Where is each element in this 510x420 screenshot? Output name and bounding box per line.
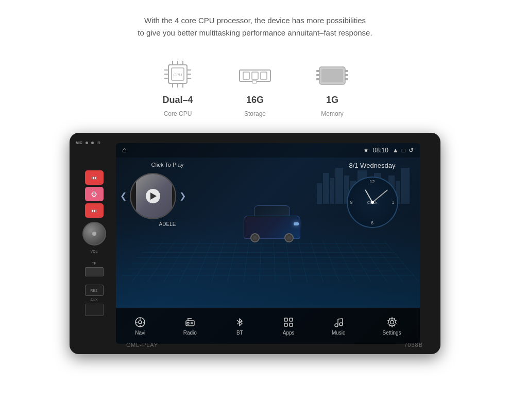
bluetooth-status-icon: ★ bbox=[363, 147, 369, 154]
car-wheel-right bbox=[284, 233, 294, 242]
prev-button[interactable]: ⏮ bbox=[85, 170, 104, 185]
status-icons: ▲ □ ↺ bbox=[393, 147, 414, 154]
clock-minute-hand bbox=[372, 189, 387, 203]
svg-rect-18 bbox=[261, 72, 267, 79]
status-bar: ⌂ ★ 08:10 ▲ □ ↺ bbox=[116, 143, 420, 157]
memory-icon bbox=[314, 60, 350, 91]
car-unit: MIC IR ⏮ ⏻ ⏭ VOL TF RES AUX bbox=[70, 133, 440, 354]
spec-memory: 1G Memory bbox=[314, 60, 350, 117]
nav-music[interactable]: Music bbox=[332, 317, 345, 336]
svg-point-49 bbox=[187, 322, 189, 324]
car-animation bbox=[244, 216, 300, 249]
svg-text:CPU: CPU bbox=[174, 73, 182, 77]
bluetooth-nav-icon bbox=[234, 317, 245, 328]
play-button[interactable] bbox=[146, 189, 160, 203]
nav-radio[interactable]: Radio bbox=[183, 317, 197, 336]
left-buttons: ⏮ ⏻ ⏭ VOL TF RES AUX bbox=[75, 133, 113, 354]
prev-track-button[interactable]: ❮ bbox=[120, 191, 127, 201]
cpu-icon: CPU bbox=[160, 60, 196, 91]
svg-rect-58 bbox=[284, 323, 287, 326]
svg-point-60 bbox=[335, 324, 338, 327]
header-description: With the 4 core CPU processor, the devic… bbox=[0, 0, 510, 49]
svg-rect-22 bbox=[321, 69, 343, 82]
svg-rect-57 bbox=[290, 318, 293, 321]
music-icon bbox=[333, 317, 344, 328]
spec-cpu: CPU Dual–4 Core CPU bbox=[160, 60, 196, 117]
settings-label: Settings bbox=[383, 330, 401, 336]
car-unit-wrapper: MIC IR ⏮ ⏻ ⏭ VOL TF RES AUX bbox=[0, 133, 510, 354]
navi-label: Navi bbox=[135, 330, 145, 336]
aux-port bbox=[85, 304, 104, 316]
volume-knob[interactable] bbox=[82, 222, 106, 246]
svg-rect-19 bbox=[252, 80, 257, 83]
storage-main-label: 16G bbox=[246, 95, 264, 106]
clock-face: 12 3 6 9 Clock bbox=[347, 177, 398, 228]
play-triangle-icon bbox=[150, 192, 157, 200]
power-button[interactable]: ⏻ bbox=[85, 187, 104, 201]
svg-rect-26 bbox=[345, 70, 348, 72]
aux-label: AUX bbox=[90, 298, 97, 302]
tf-slot[interactable] bbox=[85, 267, 104, 276]
next-track-button[interactable]: ❯ bbox=[179, 191, 186, 201]
screen: ⌂ ★ 08:10 ▲ □ ↺ bbox=[116, 143, 420, 344]
radio-label: Radio bbox=[183, 330, 197, 336]
bottom-nav: Navi Radio bbox=[116, 308, 420, 344]
car-headlight bbox=[294, 222, 299, 225]
song-name: ADELE bbox=[120, 221, 215, 227]
bottom-bar: CML-PLAY 7038B bbox=[116, 342, 433, 348]
svg-point-65 bbox=[390, 320, 394, 324]
next-button[interactable]: ⏭ bbox=[85, 203, 104, 218]
nav-bt[interactable]: BT bbox=[234, 317, 245, 336]
date-display: 8/1 Wednesday bbox=[349, 162, 395, 169]
tf-label: TF bbox=[92, 261, 96, 265]
car-wheel-left bbox=[250, 233, 260, 242]
svg-point-61 bbox=[339, 323, 343, 326]
svg-rect-28 bbox=[345, 78, 348, 80]
svg-rect-17 bbox=[252, 72, 258, 79]
album-art[interactable] bbox=[130, 173, 176, 219]
apps-label: Apps bbox=[283, 330, 295, 336]
spec-storage: 16G Storage bbox=[237, 60, 273, 117]
res-label: RES bbox=[90, 289, 97, 292]
specs-row: CPU Dual–4 Core CPU bbox=[0, 49, 510, 133]
nav-navi[interactable]: Navi bbox=[134, 317, 146, 336]
nav-settings[interactable]: Settings bbox=[383, 317, 401, 336]
status-time: 08:10 bbox=[373, 147, 388, 154]
click-to-play: Click To Play bbox=[120, 162, 215, 168]
vol-label: VOL bbox=[90, 250, 97, 253]
clock-panel: 8/1 Wednesday 12 3 6 9 Clock bbox=[325, 157, 420, 308]
center-panel bbox=[219, 157, 325, 308]
svg-rect-27 bbox=[345, 74, 348, 76]
brand-label: CML-PLAY bbox=[126, 342, 158, 348]
res-button[interactable]: RES bbox=[85, 285, 104, 296]
apps-icon bbox=[283, 317, 294, 328]
svg-point-43 bbox=[139, 321, 142, 324]
status-right: ★ 08:10 ▲ □ ↺ bbox=[363, 147, 414, 154]
window-icon: □ bbox=[402, 147, 405, 154]
music-label: Music bbox=[332, 330, 345, 336]
clock-center-dot bbox=[371, 201, 374, 204]
storage-icon bbox=[237, 60, 273, 91]
status-left: ⌂ bbox=[122, 146, 131, 155]
radio-icon bbox=[184, 317, 196, 328]
svg-rect-59 bbox=[290, 323, 293, 326]
nav-apps[interactable]: Apps bbox=[283, 317, 295, 336]
svg-rect-23 bbox=[316, 70, 319, 72]
svg-rect-16 bbox=[243, 72, 249, 79]
music-panel: Click To Play ❮ ❯ ADELE bbox=[116, 157, 219, 308]
home-icon[interactable]: ⌂ bbox=[122, 146, 131, 155]
svg-rect-56 bbox=[284, 318, 287, 321]
storage-sub-label: Storage bbox=[244, 110, 266, 117]
back-icon: ↺ bbox=[409, 147, 414, 154]
signal-icon: ▲ bbox=[393, 147, 399, 154]
album-area: ❮ ❯ bbox=[120, 173, 215, 219]
svg-line-64 bbox=[338, 319, 343, 319]
cpu-sub-label: Core CPU bbox=[164, 110, 192, 117]
settings-icon bbox=[386, 317, 398, 328]
cpu-main-label: Dual–4 bbox=[162, 95, 193, 106]
memory-main-label: 1G bbox=[326, 95, 338, 106]
navigation-icon bbox=[134, 317, 146, 328]
svg-rect-25 bbox=[316, 78, 319, 80]
model-label: 7038B bbox=[404, 342, 423, 348]
svg-rect-24 bbox=[316, 74, 319, 76]
